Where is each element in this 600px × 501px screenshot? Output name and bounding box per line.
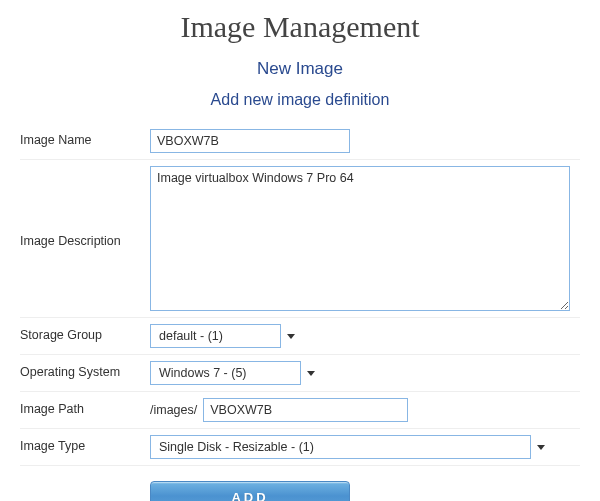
label-image-name: Image Name bbox=[20, 129, 150, 147]
section-title: Add new image definition bbox=[20, 91, 580, 109]
label-image-description: Image Description bbox=[20, 230, 150, 248]
row-operating-system: Operating System Windows 7 - (5) bbox=[20, 355, 580, 392]
image-management-page: Image Management New Image Add new image… bbox=[0, 0, 600, 501]
label-image-path: Image Path bbox=[20, 398, 150, 416]
label-storage-group: Storage Group bbox=[20, 324, 150, 342]
storage-group-select[interactable]: default - (1) bbox=[150, 324, 300, 348]
row-storage-group: Storage Group default - (1) bbox=[20, 318, 580, 355]
submit-row: Add bbox=[20, 466, 580, 501]
image-name-input[interactable] bbox=[150, 129, 350, 153]
row-image-path: Image Path /images/ bbox=[20, 392, 580, 429]
page-subtitle: New Image bbox=[20, 59, 580, 79]
add-button[interactable]: Add bbox=[150, 481, 350, 501]
label-image-type: Image Type bbox=[20, 435, 150, 453]
image-path-prefix: /images/ bbox=[150, 403, 199, 417]
image-description-textarea[interactable] bbox=[150, 166, 570, 311]
page-title: Image Management bbox=[20, 10, 580, 44]
label-operating-system: Operating System bbox=[20, 361, 150, 379]
image-type-select[interactable]: Single Disk - Resizable - (1) bbox=[150, 435, 550, 459]
row-image-description: Image Description bbox=[20, 160, 580, 318]
row-image-type: Image Type Single Disk - Resizable - (1) bbox=[20, 429, 580, 466]
image-path-input[interactable] bbox=[203, 398, 408, 422]
operating-system-select[interactable]: Windows 7 - (5) bbox=[150, 361, 320, 385]
row-image-name: Image Name bbox=[20, 123, 580, 160]
